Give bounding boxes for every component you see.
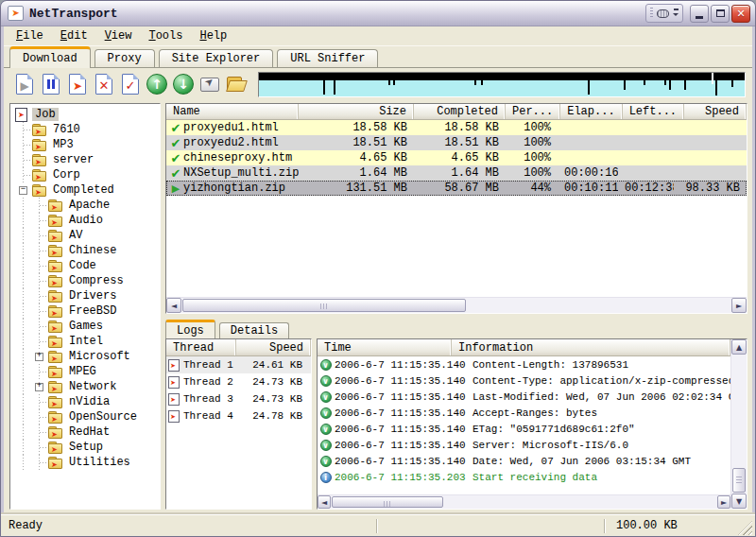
thread-row[interactable]: Thread 124.61 KB <box>166 356 311 373</box>
tree-item-chinese[interactable]: Chinese <box>10 243 160 258</box>
thread-row[interactable]: Thread 324.73 KB <box>166 390 311 407</box>
scroll-left-button[interactable] <box>166 298 181 313</box>
menu-view[interactable]: View <box>96 28 141 43</box>
column-header-thread[interactable]: Thread <box>166 339 236 355</box>
tree-item-job[interactable]: Job <box>10 107 160 122</box>
delete-button[interactable] <box>91 71 117 97</box>
tree-item-nvidia[interactable]: nVidia <box>10 394 160 409</box>
tree-item-utilities[interactable]: Utilities <box>10 455 160 470</box>
thread-row[interactable]: Thread 424.78 KB <box>166 407 311 424</box>
tree-item-mpeg[interactable]: MPEG <box>10 364 160 379</box>
tree-item-freebsd[interactable]: FreeBSD <box>10 303 160 319</box>
column-header-information[interactable]: Information <box>452 339 730 355</box>
log-hscrollbar[interactable] <box>318 494 730 509</box>
log-row[interactable]: 2006-6-7 11:15:35.140Server: Microsoft-I… <box>318 437 730 453</box>
download-row[interactable]: NXSetup_multi.zip1.64 MB1.64 MB100%00:00… <box>166 165 747 181</box>
tree-item-network[interactable]: Network <box>10 379 160 394</box>
tree-item-corp[interactable]: Corp <box>10 167 160 182</box>
log-row[interactable]: 2006-6-7 11:15:35.140Date: Wed, 07 Jun 2… <box>318 453 730 469</box>
download-row[interactable]: yizhongtian.zip131.51 MB58.67 MB44%00:10… <box>166 181 747 196</box>
menu-file[interactable]: File <box>8 28 52 43</box>
tree-item-compress[interactable]: Compress <box>10 273 160 288</box>
scroll-thumb[interactable] <box>182 299 466 312</box>
scroll-thumb[interactable] <box>732 468 746 493</box>
tab-download[interactable]: Download <box>9 46 91 68</box>
download-list-hscrollbar[interactable] <box>166 297 747 313</box>
file-name: NXSetup_multi.zip <box>183 166 299 180</box>
download-row[interactable]: proxyedu2.html18.51 KB18.51 KB100% <box>166 135 747 150</box>
scroll-track[interactable] <box>731 355 747 494</box>
tree-item-completed[interactable]: Completed <box>10 182 160 198</box>
tree-item-intel[interactable]: Intel <box>10 334 160 349</box>
scroll-down-button[interactable] <box>731 494 747 509</box>
jump-to-folder-button[interactable] <box>197 71 223 97</box>
scroll-right-button[interactable] <box>717 495 730 509</box>
spinner-arrows-icon[interactable] <box>673 9 679 19</box>
scroll-thumb[interactable] <box>332 496 443 508</box>
tab-site-explorer[interactable]: Site Explorer <box>159 49 274 67</box>
status-divider <box>376 519 377 533</box>
menu-edit[interactable]: Edit <box>52 28 96 43</box>
tab-url-sniffer[interactable]: URL Sniffer <box>277 49 378 67</box>
log-row[interactable]: 2006-6-7 11:15:35.140Last-Modified: Wed,… <box>318 389 730 405</box>
column-header-time[interactable]: Time <box>318 339 452 355</box>
column-header-size[interactable]: Size <box>299 104 414 119</box>
tree-item-code[interactable]: Code <box>10 258 160 273</box>
column-header-per-[interactable]: Per... <box>506 104 560 119</box>
close-button[interactable] <box>731 5 750 23</box>
new-job-button[interactable] <box>11 71 38 97</box>
tab-logs[interactable]: Logs <box>165 320 215 338</box>
tree-item-games[interactable]: Games <box>10 319 160 334</box>
move-up-button[interactable] <box>144 71 170 97</box>
tree-guide <box>31 424 47 440</box>
log-row[interactable]: 2006-6-7 11:15:35.203Start receiving dat… <box>318 469 730 485</box>
log-vscrollbar[interactable] <box>730 339 747 509</box>
column-header-speed[interactable]: Speed <box>236 339 311 355</box>
column-header-elap-[interactable]: Elap... <box>560 104 622 119</box>
tree-item-7610[interactable]: 7610 <box>10 122 160 137</box>
start-button[interactable] <box>64 71 91 97</box>
tree-item-microsoft[interactable]: Microsoft <box>10 349 160 364</box>
tree-item-mp3[interactable]: MP3 <box>10 137 160 152</box>
log-row[interactable]: 2006-6-7 11:15:35.140Accept-Ranges: byte… <box>318 405 730 421</box>
collapse-toggle-icon[interactable] <box>19 186 27 195</box>
tab-proxy[interactable]: Proxy <box>94 49 155 67</box>
log-row[interactable]: 2006-6-7 11:15:35.140Content-Length: 137… <box>318 356 730 372</box>
maximize-button[interactable] <box>711 5 730 23</box>
tree-item-drivers[interactable]: Drivers <box>10 288 160 303</box>
status-bar: Ready 100.00 KB <box>1 514 755 536</box>
log-row[interactable]: 2006-6-7 11:15:35.140ETag: "0591771d689c… <box>318 421 730 437</box>
tree-item-audio[interactable]: Audio <box>10 213 160 228</box>
tree-item-av[interactable]: AV <box>10 228 160 243</box>
tree-item-setup[interactable]: Setup <box>10 440 160 455</box>
tree-item-opensource[interactable]: OpenSource <box>10 409 160 424</box>
column-header-left-[interactable]: Left... <box>623 104 684 119</box>
resize-grip[interactable] <box>738 521 752 535</box>
tree-item-redhat[interactable]: RedHat <box>10 424 160 440</box>
expand-toggle-icon[interactable] <box>35 383 43 391</box>
move-down-button[interactable] <box>170 71 197 97</box>
expand-toggle-icon[interactable] <box>35 353 43 361</box>
download-row[interactable]: proxyedu1.html18.58 KB18.58 KB100% <box>166 120 747 135</box>
menu-tools[interactable]: Tools <box>140 28 191 43</box>
scroll-left-button[interactable] <box>318 495 331 509</box>
tree-item-server[interactable]: server <box>10 152 160 167</box>
tree-item-apache[interactable]: Apache <box>10 198 160 213</box>
scroll-right-button[interactable] <box>731 298 747 313</box>
menu-help[interactable]: Help <box>191 28 235 43</box>
thread-row[interactable]: Thread 224.73 KB <box>166 373 311 390</box>
cell-per-: 100% <box>506 166 558 180</box>
thread-list-panel: ThreadSpeed Thread 124.61 KBThread 224.7… <box>165 338 312 510</box>
column-header-completed[interactable]: Completed <box>414 104 506 119</box>
column-header-speed[interactable]: Speed <box>684 104 747 119</box>
finish-button[interactable] <box>117 71 144 97</box>
scroll-up-button[interactable] <box>731 339 747 355</box>
open-folder-button[interactable] <box>223 71 249 97</box>
titlebar-tray-widget[interactable] <box>645 4 683 23</box>
column-header-name[interactable]: Name <box>166 104 299 119</box>
download-row[interactable]: chineseproxy.htm4.65 KB4.65 KB100% <box>166 150 747 165</box>
tab-details[interactable]: Details <box>219 322 289 338</box>
minimize-button[interactable] <box>690 5 709 23</box>
pause-button[interactable] <box>38 71 64 97</box>
log-row[interactable]: 2006-6-7 11:15:35.140Content-Type: appli… <box>318 372 730 389</box>
